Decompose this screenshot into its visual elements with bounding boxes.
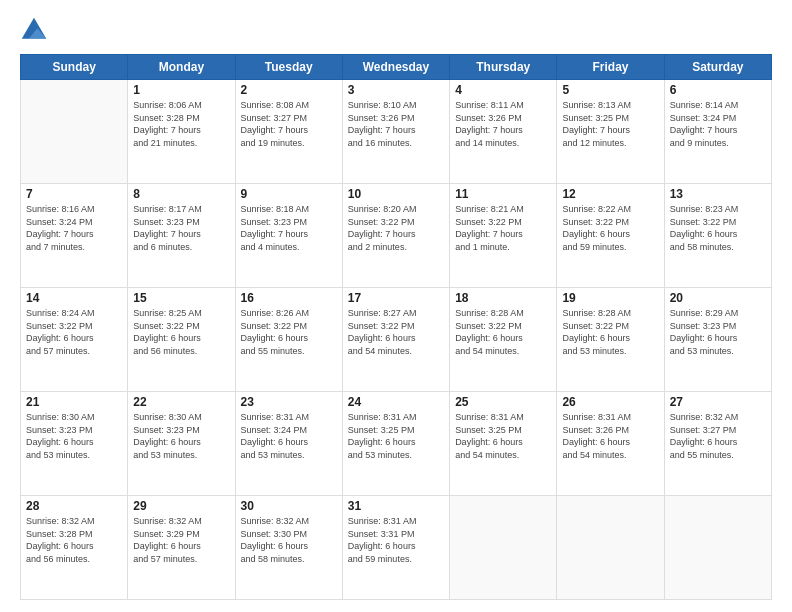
day-info: Sunrise: 8:29 AM Sunset: 3:23 PM Dayligh… — [670, 307, 766, 357]
day-number: 13 — [670, 187, 766, 201]
calendar-cell: 19Sunrise: 8:28 AM Sunset: 3:22 PM Dayli… — [557, 288, 664, 392]
weekday-header: Wednesday — [342, 55, 449, 80]
day-number: 31 — [348, 499, 444, 513]
calendar-cell: 17Sunrise: 8:27 AM Sunset: 3:22 PM Dayli… — [342, 288, 449, 392]
calendar-cell: 21Sunrise: 8:30 AM Sunset: 3:23 PM Dayli… — [21, 392, 128, 496]
header — [20, 16, 772, 44]
day-number: 22 — [133, 395, 229, 409]
calendar-table: SundayMondayTuesdayWednesdayThursdayFrid… — [20, 54, 772, 600]
calendar-cell: 6Sunrise: 8:14 AM Sunset: 3:24 PM Daylig… — [664, 80, 771, 184]
day-info: Sunrise: 8:16 AM Sunset: 3:24 PM Dayligh… — [26, 203, 122, 253]
calendar-cell: 22Sunrise: 8:30 AM Sunset: 3:23 PM Dayli… — [128, 392, 235, 496]
calendar-cell: 20Sunrise: 8:29 AM Sunset: 3:23 PM Dayli… — [664, 288, 771, 392]
calendar-cell: 14Sunrise: 8:24 AM Sunset: 3:22 PM Dayli… — [21, 288, 128, 392]
day-info: Sunrise: 8:10 AM Sunset: 3:26 PM Dayligh… — [348, 99, 444, 149]
day-info: Sunrise: 8:30 AM Sunset: 3:23 PM Dayligh… — [133, 411, 229, 461]
day-info: Sunrise: 8:06 AM Sunset: 3:28 PM Dayligh… — [133, 99, 229, 149]
calendar-week-row: 21Sunrise: 8:30 AM Sunset: 3:23 PM Dayli… — [21, 392, 772, 496]
calendar-header-row: SundayMondayTuesdayWednesdayThursdayFrid… — [21, 55, 772, 80]
day-info: Sunrise: 8:20 AM Sunset: 3:22 PM Dayligh… — [348, 203, 444, 253]
day-info: Sunrise: 8:26 AM Sunset: 3:22 PM Dayligh… — [241, 307, 337, 357]
logo-icon — [20, 16, 48, 44]
day-number: 6 — [670, 83, 766, 97]
calendar-week-row: 7Sunrise: 8:16 AM Sunset: 3:24 PM Daylig… — [21, 184, 772, 288]
calendar-cell: 1Sunrise: 8:06 AM Sunset: 3:28 PM Daylig… — [128, 80, 235, 184]
day-info: Sunrise: 8:27 AM Sunset: 3:22 PM Dayligh… — [348, 307, 444, 357]
day-info: Sunrise: 8:32 AM Sunset: 3:27 PM Dayligh… — [670, 411, 766, 461]
day-info: Sunrise: 8:31 AM Sunset: 3:25 PM Dayligh… — [348, 411, 444, 461]
day-number: 29 — [133, 499, 229, 513]
day-number: 17 — [348, 291, 444, 305]
calendar-cell: 16Sunrise: 8:26 AM Sunset: 3:22 PM Dayli… — [235, 288, 342, 392]
day-number: 10 — [348, 187, 444, 201]
calendar-cell — [450, 496, 557, 600]
calendar-cell: 2Sunrise: 8:08 AM Sunset: 3:27 PM Daylig… — [235, 80, 342, 184]
day-number: 19 — [562, 291, 658, 305]
day-info: Sunrise: 8:18 AM Sunset: 3:23 PM Dayligh… — [241, 203, 337, 253]
day-info: Sunrise: 8:28 AM Sunset: 3:22 PM Dayligh… — [562, 307, 658, 357]
day-number: 11 — [455, 187, 551, 201]
calendar-cell: 15Sunrise: 8:25 AM Sunset: 3:22 PM Dayli… — [128, 288, 235, 392]
day-number: 1 — [133, 83, 229, 97]
calendar-cell: 11Sunrise: 8:21 AM Sunset: 3:22 PM Dayli… — [450, 184, 557, 288]
calendar-cell: 8Sunrise: 8:17 AM Sunset: 3:23 PM Daylig… — [128, 184, 235, 288]
day-info: Sunrise: 8:31 AM Sunset: 3:24 PM Dayligh… — [241, 411, 337, 461]
weekday-header: Friday — [557, 55, 664, 80]
day-info: Sunrise: 8:30 AM Sunset: 3:23 PM Dayligh… — [26, 411, 122, 461]
day-number: 2 — [241, 83, 337, 97]
calendar-cell: 5Sunrise: 8:13 AM Sunset: 3:25 PM Daylig… — [557, 80, 664, 184]
calendar-week-row: 1Sunrise: 8:06 AM Sunset: 3:28 PM Daylig… — [21, 80, 772, 184]
calendar-cell: 30Sunrise: 8:32 AM Sunset: 3:30 PM Dayli… — [235, 496, 342, 600]
weekday-header: Saturday — [664, 55, 771, 80]
day-number: 26 — [562, 395, 658, 409]
day-number: 8 — [133, 187, 229, 201]
day-number: 25 — [455, 395, 551, 409]
calendar-week-row: 14Sunrise: 8:24 AM Sunset: 3:22 PM Dayli… — [21, 288, 772, 392]
calendar-cell — [664, 496, 771, 600]
day-number: 5 — [562, 83, 658, 97]
day-number: 9 — [241, 187, 337, 201]
calendar-cell: 18Sunrise: 8:28 AM Sunset: 3:22 PM Dayli… — [450, 288, 557, 392]
day-number: 30 — [241, 499, 337, 513]
day-number: 28 — [26, 499, 122, 513]
calendar-cell: 3Sunrise: 8:10 AM Sunset: 3:26 PM Daylig… — [342, 80, 449, 184]
day-number: 18 — [455, 291, 551, 305]
day-number: 12 — [562, 187, 658, 201]
calendar-cell: 10Sunrise: 8:20 AM Sunset: 3:22 PM Dayli… — [342, 184, 449, 288]
day-number: 24 — [348, 395, 444, 409]
day-number: 7 — [26, 187, 122, 201]
calendar-cell: 27Sunrise: 8:32 AM Sunset: 3:27 PM Dayli… — [664, 392, 771, 496]
day-number: 14 — [26, 291, 122, 305]
day-number: 23 — [241, 395, 337, 409]
day-info: Sunrise: 8:32 AM Sunset: 3:28 PM Dayligh… — [26, 515, 122, 565]
day-info: Sunrise: 8:13 AM Sunset: 3:25 PM Dayligh… — [562, 99, 658, 149]
calendar-cell: 29Sunrise: 8:32 AM Sunset: 3:29 PM Dayli… — [128, 496, 235, 600]
day-info: Sunrise: 8:22 AM Sunset: 3:22 PM Dayligh… — [562, 203, 658, 253]
weekday-header: Monday — [128, 55, 235, 80]
day-number: 3 — [348, 83, 444, 97]
calendar-cell: 26Sunrise: 8:31 AM Sunset: 3:26 PM Dayli… — [557, 392, 664, 496]
day-info: Sunrise: 8:31 AM Sunset: 3:26 PM Dayligh… — [562, 411, 658, 461]
day-info: Sunrise: 8:24 AM Sunset: 3:22 PM Dayligh… — [26, 307, 122, 357]
day-info: Sunrise: 8:23 AM Sunset: 3:22 PM Dayligh… — [670, 203, 766, 253]
calendar-cell — [21, 80, 128, 184]
day-info: Sunrise: 8:25 AM Sunset: 3:22 PM Dayligh… — [133, 307, 229, 357]
calendar-cell — [557, 496, 664, 600]
day-info: Sunrise: 8:32 AM Sunset: 3:29 PM Dayligh… — [133, 515, 229, 565]
calendar-cell: 12Sunrise: 8:22 AM Sunset: 3:22 PM Dayli… — [557, 184, 664, 288]
weekday-header: Thursday — [450, 55, 557, 80]
day-info: Sunrise: 8:14 AM Sunset: 3:24 PM Dayligh… — [670, 99, 766, 149]
calendar-cell: 7Sunrise: 8:16 AM Sunset: 3:24 PM Daylig… — [21, 184, 128, 288]
day-info: Sunrise: 8:17 AM Sunset: 3:23 PM Dayligh… — [133, 203, 229, 253]
day-number: 16 — [241, 291, 337, 305]
day-info: Sunrise: 8:08 AM Sunset: 3:27 PM Dayligh… — [241, 99, 337, 149]
calendar-cell: 31Sunrise: 8:31 AM Sunset: 3:31 PM Dayli… — [342, 496, 449, 600]
calendar-cell: 28Sunrise: 8:32 AM Sunset: 3:28 PM Dayli… — [21, 496, 128, 600]
calendar-cell: 13Sunrise: 8:23 AM Sunset: 3:22 PM Dayli… — [664, 184, 771, 288]
calendar-cell: 9Sunrise: 8:18 AM Sunset: 3:23 PM Daylig… — [235, 184, 342, 288]
day-number: 20 — [670, 291, 766, 305]
day-info: Sunrise: 8:11 AM Sunset: 3:26 PM Dayligh… — [455, 99, 551, 149]
calendar-cell: 25Sunrise: 8:31 AM Sunset: 3:25 PM Dayli… — [450, 392, 557, 496]
day-info: Sunrise: 8:28 AM Sunset: 3:22 PM Dayligh… — [455, 307, 551, 357]
weekday-header: Sunday — [21, 55, 128, 80]
